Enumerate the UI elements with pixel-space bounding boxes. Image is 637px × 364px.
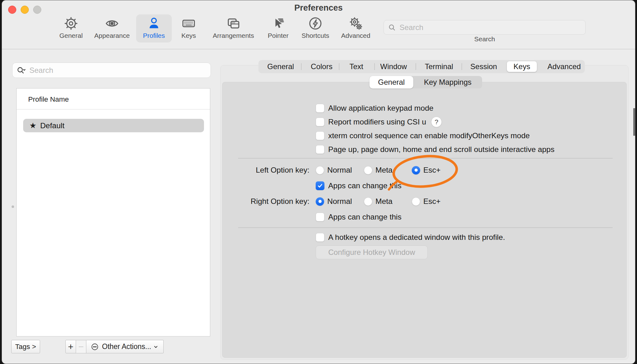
tab-text[interactable]: Text (349, 60, 363, 73)
search-icon (388, 23, 396, 32)
help-button[interactable]: ? (431, 117, 442, 127)
checkbox-label: xterm control sequence can enable modify… (328, 131, 530, 140)
toolbar-search-field[interactable]: Search (384, 20, 586, 35)
checkbox-label: Allow application keypad mode (328, 104, 433, 113)
radio-right-option-normal[interactable] (316, 197, 324, 206)
radio-left-option-normal[interactable] (316, 166, 324, 174)
tab-general[interactable]: General (267, 60, 294, 73)
tab-separator (374, 63, 375, 70)
radio-label: Normal (327, 197, 352, 206)
radio-label: Normal (327, 166, 352, 174)
window-edge-dot (12, 205, 14, 208)
radio-label: Meta (375, 197, 392, 206)
tab-colors[interactable]: Colors (311, 60, 332, 73)
search-placeholder: Search (400, 23, 423, 32)
tab-keys[interactable]: Keys (513, 60, 530, 73)
add-profile-button[interactable]: + (65, 340, 76, 353)
checkbox-allow-keypad[interactable] (316, 104, 324, 113)
radio-label: Meta (375, 166, 392, 174)
windows-icon (226, 16, 241, 31)
checkbox-hotkey-window[interactable] (316, 233, 324, 242)
profile-actions-group: + − Other Actions... (65, 340, 164, 353)
tab-terminal[interactable]: Terminal (425, 60, 453, 73)
profile-name: Default (40, 121, 64, 130)
radio-label: Esc+ (423, 166, 441, 174)
person-icon (147, 16, 161, 31)
radio-left-option-esc-plus[interactable] (412, 166, 420, 174)
checkbox-modify-other-keys[interactable] (316, 131, 324, 140)
toolbar-item-label: Keys (181, 32, 196, 39)
keyboard-icon (181, 16, 196, 31)
toolbar-item-label: Advanced (341, 32, 370, 39)
tab-separator (301, 63, 302, 70)
toolbar-item-label: General (59, 32, 83, 39)
checkbox-scroll-outside-apps[interactable] (316, 145, 324, 154)
toolbar-item-label: Appearance (94, 32, 130, 39)
left-option-key-label: Left Option key: (216, 165, 309, 175)
profile-list: Profile Name ★ Default (16, 88, 210, 336)
search-placeholder: Search (29, 66, 53, 75)
row-keypad-mode: Allow application keypad mode (316, 104, 433, 113)
checkbox-left-apps-can-change[interactable] (316, 181, 324, 190)
row-scroll-outside: Page up, page down, home and end scroll … (316, 145, 554, 154)
row-modify-other-keys: xterm control sequence can enable modify… (316, 131, 530, 140)
toolbar-item-keys[interactable]: Keys (164, 16, 214, 39)
row-hotkey-window: A hotkey opens a dedicated window with t… (316, 233, 505, 242)
tab-separator (461, 63, 462, 70)
checkbox-label: Apps can change this (328, 213, 401, 221)
checkbox-label: Apps can change this (328, 181, 401, 190)
eye-icon (105, 16, 119, 31)
right-option-radio-group: Normal Meta Esc+ (316, 197, 463, 206)
toolbar-item-label: Arrangements (213, 32, 254, 39)
subtab-key-mappings[interactable]: Key Mappings (424, 76, 471, 88)
right-option-key-label: Right Option key: (216, 197, 309, 206)
other-actions-dropdown[interactable]: Other Actions... (86, 340, 164, 353)
checkbox-label: Page up, page down, home and end scroll … (328, 145, 554, 154)
configure-hotkey-window-button: Configure Hotkey Window (316, 245, 428, 259)
section-divider (238, 158, 613, 159)
row-csi-u: Report modifiers using CSI u ? (316, 118, 442, 126)
other-actions-label: Other Actions... (102, 342, 151, 351)
toolbar-item-label: Profiles (143, 32, 165, 39)
search-filter-icon (16, 66, 26, 75)
toolbar-item-advanced[interactable]: Advanced (331, 16, 381, 39)
gear-icon (64, 16, 78, 31)
row-left-apps-can-change: Apps can change this (316, 181, 401, 190)
left-option-radio-group: Normal Meta Esc+ (316, 166, 463, 174)
tab-separator (415, 63, 416, 70)
remove-profile-button[interactable]: − (76, 340, 86, 353)
chevron-down-icon (153, 344, 159, 350)
radio-right-option-meta[interactable] (364, 197, 372, 206)
toolbar-divider (2, 49, 635, 49)
subtab-general[interactable]: General (378, 76, 405, 88)
profile-row-default[interactable]: ★ Default (23, 119, 204, 132)
row-right-apps-can-change: Apps can change this (316, 213, 401, 221)
preferences-window: Preferences General Appearance Profiles (2, 0, 635, 364)
window-title: Preferences (2, 3, 635, 13)
radio-left-option-meta[interactable] (364, 166, 372, 174)
check-icon (317, 183, 323, 189)
background-peek (633, 108, 635, 136)
tab-window[interactable]: Window (380, 60, 407, 73)
ellipsis-circle-icon (91, 343, 99, 351)
section-divider (238, 227, 613, 228)
toolbar-item-arrangements[interactable]: Arrangements (208, 16, 258, 39)
lightning-circle-icon (308, 16, 323, 31)
checkbox-right-apps-can-change[interactable] (316, 213, 324, 221)
tab-advanced[interactable]: Advanced (548, 60, 581, 73)
radio-label: Esc+ (423, 197, 441, 206)
star-icon: ★ (29, 121, 36, 130)
list-header-divider (17, 109, 210, 109)
profile-list-header: Profile Name (28, 95, 69, 104)
tab-separator (339, 63, 339, 70)
radio-right-option-esc-plus[interactable] (412, 197, 420, 206)
tab-session[interactable]: Session (470, 60, 497, 73)
tags-button[interactable]: Tags > (11, 340, 40, 353)
gears-icon (349, 16, 363, 31)
toolbar-item-label: Pointer (268, 32, 289, 39)
profile-search-field[interactable]: Search (12, 63, 211, 78)
checkbox-label: Report modifiers using CSI u (328, 118, 426, 126)
cursor-icon (271, 16, 285, 31)
toolbar-item-label: Shortcuts (302, 32, 329, 39)
checkbox-csi-u[interactable] (316, 118, 324, 126)
